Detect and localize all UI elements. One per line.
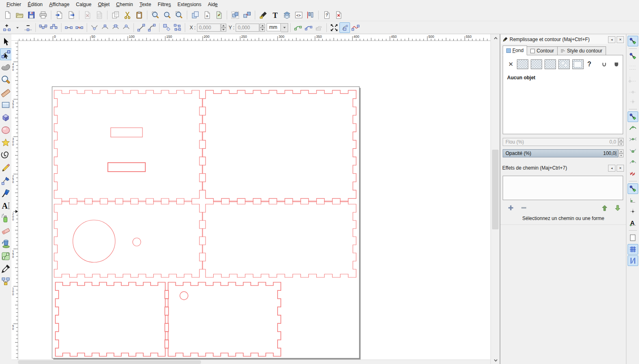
insert-node-icon[interactable]: [2, 22, 12, 33]
object-to-path-icon[interactable]: [162, 22, 172, 33]
move-effect-down-button[interactable]: [613, 203, 622, 212]
scroll-down-arrow[interactable]: [492, 357, 499, 363]
tool-box3d[interactable]: [0, 111, 12, 123]
chevron-down-icon[interactable]: [281, 23, 288, 32]
delete-node-icon[interactable]: [23, 22, 33, 33]
stroke-to-path-icon[interactable]: [172, 22, 183, 33]
copy-icon[interactable]: [109, 9, 121, 21]
snap-page-border-icon[interactable]: [628, 233, 638, 243]
unknown-paint-button[interactable]: ?: [586, 61, 593, 68]
unit-select[interactable]: mm: [267, 23, 288, 32]
move-effect-up-button[interactable]: [600, 203, 609, 212]
no-paint-button[interactable]: ✕: [507, 61, 514, 68]
snap-paths-icon[interactable]: [628, 123, 638, 133]
xml-editor-icon[interactable]: <>: [293, 9, 304, 21]
fill-stroke-collapse-button[interactable]: ◂: [608, 36, 615, 43]
zoom-page-icon[interactable]: [173, 9, 185, 21]
snap-object-centers-icon[interactable]: [628, 195, 638, 205]
tool-eraser[interactable]: [0, 225, 12, 237]
new-document-icon[interactable]: [2, 9, 13, 21]
tool-tweak[interactable]: [0, 61, 12, 73]
snap-bbox-centers-icon[interactable]: [628, 96, 638, 107]
tool-selector[interactable]: [0, 36, 12, 48]
document-properties-icon[interactable]: ?: [321, 9, 333, 21]
tool-bezier[interactable]: [0, 174, 12, 186]
create-clone-icon[interactable]: a: [201, 9, 213, 21]
tool-zoom[interactable]: [0, 74, 12, 85]
snap-others-icon[interactable]: [628, 183, 638, 194]
menu-calque[interactable]: Calque: [73, 0, 95, 9]
snap-nodes-icon[interactable]: [628, 111, 638, 122]
tool-text[interactable]: A: [0, 200, 12, 211]
vertical-scrollbar[interactable]: [490, 34, 500, 364]
text-dialog-icon[interactable]: T: [269, 9, 281, 21]
break-nodes-icon[interactable]: [48, 22, 59, 33]
y-coordinate-input[interactable]: 0,000: [236, 24, 259, 32]
tool-gradient[interactable]: [0, 250, 12, 262]
drawing-svg[interactable]: 0501001502002503003504004505005500501001…: [11, 34, 490, 360]
x-coordinate-input[interactable]: 0,000: [197, 24, 221, 32]
opacity-spinner[interactable]: [619, 149, 624, 157]
tool-bucket[interactable]: [0, 238, 12, 249]
menu-aide[interactable]: Aide: [205, 0, 221, 9]
snap-midpoints-icon[interactable]: [628, 168, 638, 179]
snap-bbox-edge-midpoints-icon[interactable]: [628, 85, 638, 96]
line-segment-icon[interactable]: [136, 22, 147, 33]
zoom-selection-icon[interactable]: [149, 9, 161, 21]
align-distribute-icon[interactable]: [304, 9, 316, 21]
corner-node-icon[interactable]: [89, 22, 100, 33]
tool-rectangle[interactable]: [0, 99, 12, 111]
snap-smooth-nodes-icon[interactable]: [628, 157, 638, 168]
menu-affichage[interactable]: Affichage: [46, 0, 73, 9]
blur-spinner[interactable]: [619, 138, 624, 146]
group-icon[interactable]: [229, 9, 241, 21]
auto-node-icon[interactable]: [121, 22, 131, 33]
import-icon[interactable]: [53, 9, 65, 21]
scroll-up-arrow[interactable]: [492, 35, 499, 41]
tool-connector[interactable]: [0, 275, 12, 287]
fill-stroke-dialog-icon[interactable]: [257, 9, 269, 21]
menu-fichier[interactable]: Fichier: [3, 0, 24, 9]
tool-spray[interactable]: [0, 212, 12, 224]
show-path-outline-icon[interactable]: [314, 22, 324, 33]
show-transform-handles-icon[interactable]: [329, 22, 339, 33]
x-coordinate-input-spinner[interactable]: [221, 24, 226, 32]
opacity-slider[interactable]: Opacité (%) 100,0: [503, 149, 618, 157]
delete-segment-icon[interactable]: [74, 22, 85, 33]
blur-slider[interactable]: Flou (%) 0,0: [503, 138, 618, 146]
canvas[interactable]: 0501001502002503003504004505005500501001…: [11, 34, 490, 360]
join-nodes-icon[interactable]: [38, 22, 48, 33]
fill-rule-evenodd-icon[interactable]: [601, 61, 607, 68]
zoom-drawing-icon[interactable]: [161, 9, 173, 21]
path-effects-collapse-button[interactable]: ◂: [608, 165, 615, 172]
smooth-node-icon[interactable]: [100, 22, 110, 33]
cut-icon[interactable]: [121, 9, 133, 21]
tab-contour[interactable]: Contour: [527, 46, 558, 55]
paste-icon[interactable]: [133, 9, 145, 21]
pattern-button[interactable]: [558, 59, 570, 69]
node-menu-icon[interactable]: [12, 22, 23, 33]
menu-texte[interactable]: Texte: [136, 0, 155, 9]
fill-stroke-close-button[interactable]: ✕: [617, 36, 624, 43]
add-effect-button[interactable]: [506, 203, 516, 212]
tab-style-contour[interactable]: Style du contour: [557, 46, 606, 55]
duplicate-icon[interactable]: [189, 9, 201, 21]
tool-calligraphy[interactable]: [0, 187, 12, 199]
path-effects-list[interactable]: [503, 176, 623, 200]
snap-path-intersections-icon[interactable]: [628, 134, 638, 145]
snap-cusp-nodes-icon[interactable]: [628, 146, 638, 156]
tool-spiral[interactable]: [0, 149, 12, 161]
fill-rule-nonzero-icon[interactable]: [613, 61, 619, 68]
join-segment-icon[interactable]: [63, 22, 74, 33]
path-effects-close-button[interactable]: ✕: [617, 165, 624, 172]
open-icon[interactable]: [13, 9, 25, 21]
radial-gradient-button[interactable]: [545, 59, 556, 69]
tool-dropper[interactable]: [0, 263, 12, 275]
tool-measure[interactable]: [0, 86, 12, 98]
print-icon[interactable]: [37, 9, 49, 21]
vertical-scrollbar-thumb[interactable]: [492, 150, 499, 229]
menu-filtres[interactable]: Filtres: [154, 0, 174, 9]
snap-guides-icon[interactable]: [628, 255, 638, 266]
remove-effect-button[interactable]: [519, 203, 529, 212]
linear-gradient-button[interactable]: [531, 59, 542, 69]
